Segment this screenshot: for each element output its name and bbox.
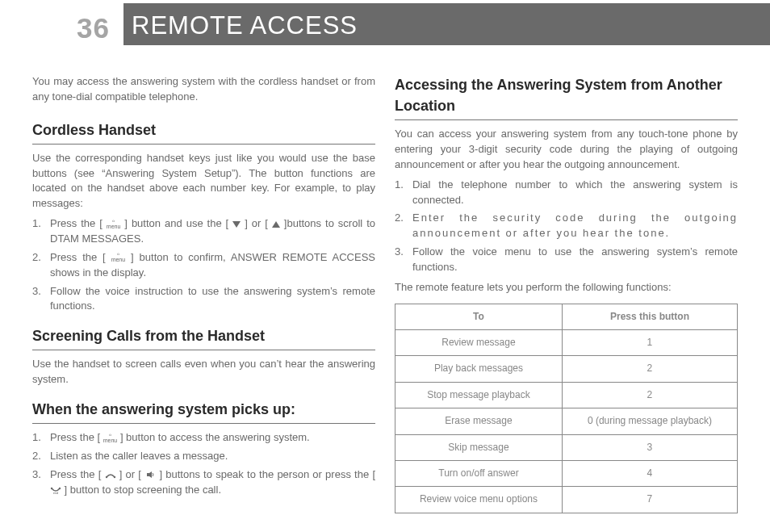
- text: ] button to access the answering system.: [117, 431, 309, 443]
- table-cell: 1: [562, 330, 737, 356]
- table-cell: Review voice menu options: [395, 487, 563, 513]
- paragraph: The remote feature lets you perform the …: [395, 280, 738, 295]
- list-item: Press the [ ] or [ ] buttons to speak to…: [32, 467, 375, 498]
- text: Press the [: [50, 251, 111, 263]
- svg-rect-2: [147, 473, 149, 476]
- heading-cordless-handset: Cordless Handset: [32, 119, 375, 145]
- list-item: Follow the voice menu to use the answeri…: [395, 245, 738, 275]
- table-cell: Stop message playback: [395, 382, 563, 408]
- down-arrow-icon: [232, 221, 241, 228]
- text: ] button to stop screening the call.: [61, 484, 221, 496]
- text: ] or [: [241, 217, 272, 229]
- table-cell: 0 (during message playback): [562, 408, 737, 434]
- text: ] button and use the [: [120, 217, 232, 229]
- page-title: REMOTE ACCESS: [132, 8, 358, 44]
- list-item: Listen as the caller leaves a message.: [32, 449, 375, 464]
- table-cell: Play back messages: [395, 356, 563, 382]
- table-row: Erase message0 (during message playback): [395, 408, 738, 434]
- paragraph: You can access your answering system fro…: [395, 127, 738, 173]
- table-row: Play back messages2: [395, 356, 738, 382]
- heading-screening-calls: Screening Calls from the Handset: [32, 325, 375, 350]
- left-column: You may access the answering system with…: [32, 74, 375, 516]
- phone-up-icon: [105, 471, 116, 479]
- list-item: Press the [ ◦menu ] button to access the…: [32, 430, 375, 446]
- svg-point-1: [113, 476, 115, 478]
- menu-icon: ◦menu: [103, 432, 118, 443]
- ordered-list: Press the [ ◦menu ] button and use the […: [32, 216, 375, 314]
- list-item: Enter the security code during the outgo…: [395, 211, 738, 241]
- table-header: To: [395, 304, 563, 329]
- paragraph: Use the corresponding handset keys just …: [32, 151, 375, 212]
- table-row: Turn on/off answer4: [395, 460, 738, 486]
- table-cell: Turn on/off answer: [395, 460, 563, 486]
- table-row: Review message1: [395, 330, 738, 356]
- intro-text: You may access the answering system with…: [32, 74, 375, 105]
- paragraph: Use the handset to screen calls even whe…: [32, 357, 375, 387]
- svg-point-4: [59, 488, 61, 489]
- phone-down-icon: end: [50, 486, 61, 494]
- table-header-row: To Press this button: [395, 304, 738, 329]
- speaker-icon: [144, 471, 156, 479]
- menu-icon: ◦menu: [107, 218, 121, 229]
- table-row: Review voice menu options7: [395, 487, 738, 513]
- table-header: Press this button: [562, 304, 737, 329]
- table-cell: 4: [562, 460, 737, 486]
- up-arrow-icon: [272, 221, 280, 228]
- text: ] or [: [116, 468, 145, 480]
- menu-icon: ◦menu: [111, 251, 126, 262]
- text: Press the [: [50, 468, 105, 480]
- list-item: Follow the voice instruction to use the …: [32, 284, 375, 315]
- ordered-list: Dial the telephone number to which the a…: [395, 178, 738, 275]
- table-cell: Skip message: [395, 434, 563, 460]
- table-cell: 7: [562, 487, 737, 513]
- text: ] buttons to speak to the person or pres…: [156, 468, 375, 480]
- right-column: Accessing the Answering System from Anot…: [395, 74, 738, 516]
- table-cell: 3: [562, 434, 737, 460]
- content-area: You may access the answering system with…: [32, 74, 738, 516]
- table-cell: 2: [562, 382, 737, 408]
- text: Enter the security code during the outgo…: [412, 212, 738, 239]
- svg-text:end: end: [53, 491, 59, 494]
- list-item: Press the [ ◦menu ] button to confirm, A…: [32, 250, 375, 281]
- svg-point-0: [105, 476, 107, 478]
- table-cell: Review message: [395, 330, 563, 356]
- text: Press the [: [50, 217, 107, 229]
- table-cell: 2: [562, 356, 737, 382]
- table-cell: Erase message: [395, 408, 563, 434]
- table-row: Skip message3: [395, 434, 738, 460]
- text: Press the [: [50, 431, 103, 443]
- list-item: Dial the telephone number to which the a…: [395, 178, 738, 208]
- svg-point-3: [51, 488, 52, 489]
- page-number: 36: [77, 8, 110, 49]
- list-item: Press the [ ◦menu ] button and use the […: [32, 216, 375, 247]
- remote-functions-table: To Press this button Review message1 Pla…: [395, 304, 738, 513]
- table-row: Stop message playback2: [395, 382, 738, 408]
- ordered-list: Press the [ ◦menu ] button to access the…: [32, 430, 375, 497]
- heading-accessing-remote: Accessing the Answering System from Anot…: [395, 74, 738, 120]
- heading-when-pickup: When the answering system picks up:: [32, 399, 375, 424]
